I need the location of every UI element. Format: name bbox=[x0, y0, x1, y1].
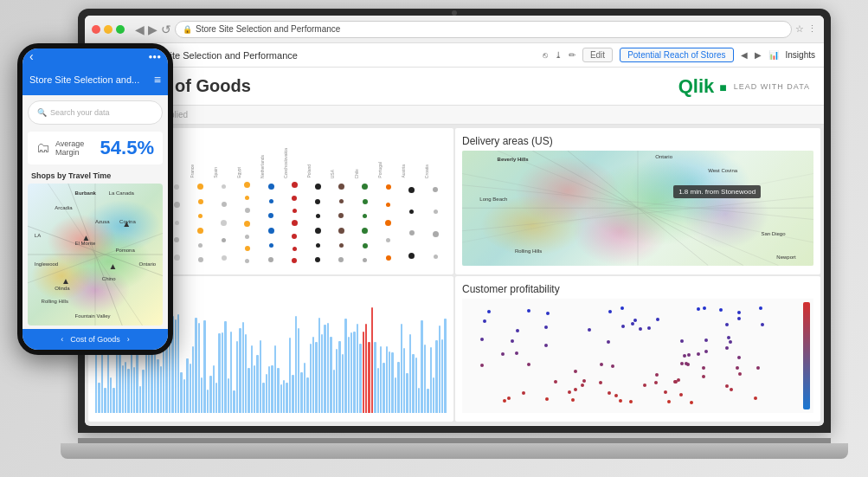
phone-next-icon[interactable]: › bbox=[127, 335, 130, 344]
pencil-icon[interactable]: ✏ bbox=[569, 50, 575, 60]
csat-bar bbox=[248, 368, 249, 413]
scatter-dot bbox=[515, 351, 518, 355]
dot bbox=[385, 220, 391, 226]
phone-city-ontario: Ontario bbox=[139, 261, 157, 267]
dot-col-5 bbox=[190, 178, 212, 268]
phone-city-el-monte: El Monte bbox=[75, 241, 96, 246]
phone-header: Store Site Selection and... ≡ bbox=[23, 64, 168, 95]
phone-signal-icon: ●●● bbox=[149, 53, 162, 61]
bookmark-icon[interactable]: ☆ bbox=[795, 23, 804, 35]
dot bbox=[198, 214, 203, 218]
phone-city-arcadia: Arcadia bbox=[55, 205, 72, 210]
csat-bar bbox=[377, 368, 379, 413]
csat-bar bbox=[203, 320, 205, 413]
back-button[interactable]: ◀ bbox=[135, 23, 145, 36]
scatter-dot bbox=[690, 401, 693, 404]
phone-menu-button[interactable]: ≡ bbox=[154, 73, 161, 87]
csat-bar bbox=[104, 388, 106, 413]
scatter-dot bbox=[704, 350, 708, 353]
phone-prev-icon[interactable]: ‹ bbox=[61, 335, 63, 344]
dot bbox=[434, 209, 438, 214]
csat-bar bbox=[142, 370, 144, 413]
axis-label-croatia: Croatia bbox=[424, 164, 447, 178]
scatter-dot bbox=[574, 370, 577, 373]
scatter-dot bbox=[647, 326, 651, 330]
phone-search-bar[interactable]: 🔍 Search your data bbox=[28, 100, 163, 125]
csat-bar bbox=[318, 318, 320, 413]
insights-button[interactable]: Insights bbox=[786, 50, 815, 60]
delivery-map[interactable]: Beverly Hills Ontario West Covina Long B… bbox=[462, 151, 813, 266]
csat-bar bbox=[386, 346, 388, 413]
scene: ◀ ▶ ↺ 🔒 Store Site Selection and Perform… bbox=[0, 0, 868, 477]
csat-bar bbox=[330, 337, 331, 413]
dot bbox=[197, 228, 203, 234]
scatter-dot bbox=[680, 362, 684, 365]
download-icon[interactable]: ⤓ bbox=[555, 50, 562, 60]
refresh-button[interactable]: ↺ bbox=[161, 23, 171, 36]
settings-icon[interactable]: ⋮ bbox=[807, 23, 817, 35]
dot bbox=[338, 184, 344, 190]
csat-bar bbox=[139, 386, 141, 413]
scatter-dot bbox=[611, 364, 614, 368]
scatter-dot bbox=[687, 353, 691, 357]
minimize-dot[interactable] bbox=[104, 25, 113, 34]
forward-button[interactable]: ▶ bbox=[148, 23, 158, 36]
csat-bar bbox=[380, 346, 382, 413]
maximize-dot[interactable] bbox=[116, 25, 125, 34]
dot bbox=[197, 184, 203, 190]
scatter-dot bbox=[679, 393, 683, 396]
axis-label-czechoslovakia: Czechoslovakia bbox=[283, 148, 305, 178]
dot bbox=[409, 230, 415, 235]
edit-button[interactable]: Edit bbox=[582, 48, 613, 62]
csat-bar bbox=[262, 383, 264, 413]
browser-toolbar: ◀ ▶ ↺ 🔒 Store Site Selection and Perform… bbox=[85, 16, 824, 43]
dot bbox=[363, 199, 368, 204]
csat-bar bbox=[277, 368, 279, 413]
scatter-dot bbox=[621, 325, 625, 328]
dot bbox=[363, 214, 367, 218]
city-newport: Newport bbox=[776, 255, 795, 260]
phone-map[interactable]: ▲ ▲ ▲ ▲ Burbank La Canada Arcadia Azusa … bbox=[28, 184, 163, 326]
dot bbox=[315, 228, 321, 234]
csat-bar bbox=[350, 332, 352, 413]
scatter-dot bbox=[727, 336, 730, 339]
csat-bar bbox=[254, 365, 255, 413]
browser-url-bar[interactable]: 🔒 Store Site Selection and Performance bbox=[175, 21, 792, 38]
potential-button[interactable]: Potential Reach of Stores bbox=[620, 48, 733, 62]
csat-bar bbox=[435, 340, 437, 413]
csat-bar bbox=[268, 366, 270, 413]
dot bbox=[386, 203, 390, 207]
csat-bar bbox=[215, 383, 217, 413]
phone-shops-title: Shops by Travel Time bbox=[23, 166, 168, 182]
dot bbox=[362, 184, 368, 190]
csat-bar bbox=[175, 319, 177, 413]
phone-screen: ‹ ●●● Store Site Selection and... ≡ 🔍 Se… bbox=[23, 48, 168, 350]
csat-bar bbox=[300, 372, 302, 413]
scatter-dot bbox=[680, 339, 684, 343]
dot bbox=[269, 199, 273, 203]
dot bbox=[174, 237, 179, 242]
csat-bar bbox=[192, 346, 194, 413]
scatter-dot bbox=[737, 311, 741, 314]
scatter-dot bbox=[620, 306, 624, 310]
csat-bar bbox=[213, 365, 215, 413]
laptop-bezel: ◀ ▶ ↺ 🔒 Store Site Selection and Perform… bbox=[78, 9, 831, 433]
csat-bar bbox=[125, 362, 126, 413]
csat-bar bbox=[289, 338, 291, 413]
laptop: ◀ ▶ ↺ 🔒 Store Site Selection and Perform… bbox=[78, 9, 831, 459]
csat-bar bbox=[353, 332, 355, 413]
csat-bar bbox=[198, 323, 200, 413]
phone-bottom-bar: ‹ Cost of Goods › bbox=[23, 329, 168, 350]
next-page-button[interactable]: ▶ bbox=[755, 50, 762, 60]
phone-back-icon[interactable]: ‹ bbox=[29, 49, 34, 63]
prev-page-button[interactable]: ◀ bbox=[741, 50, 748, 60]
scatter-dot bbox=[704, 338, 708, 342]
laptop-base bbox=[61, 443, 848, 459]
scatter-dot bbox=[729, 340, 732, 344]
close-dot[interactable] bbox=[92, 25, 100, 34]
dot bbox=[316, 214, 320, 218]
insights-icon[interactable]: 📊 bbox=[768, 50, 779, 60]
dot bbox=[268, 184, 274, 190]
dot bbox=[338, 213, 344, 218]
share-icon[interactable]: ⎋ bbox=[543, 50, 548, 60]
